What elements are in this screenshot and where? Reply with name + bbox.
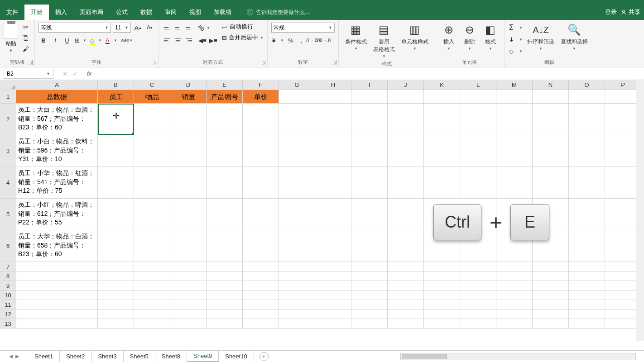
sheet-tab-sheet1[interactable]: Sheet1 xyxy=(28,351,60,362)
tab-addins[interactable]: 加载项 xyxy=(207,5,238,20)
formula-input[interactable] xyxy=(94,69,644,79)
cell-O11[interactable] xyxy=(569,300,605,309)
cell-A12[interactable] xyxy=(16,310,98,319)
cell-M3[interactable] xyxy=(496,135,533,167)
row-header-4[interactable]: 4 xyxy=(0,167,16,198)
cell-J13[interactable] xyxy=(388,319,424,328)
cell-L12[interactable] xyxy=(460,310,496,319)
row-header-8[interactable]: 8 xyxy=(0,272,16,281)
add-sheet-button[interactable]: + xyxy=(260,352,269,361)
align-top-button[interactable] xyxy=(162,23,172,33)
cell-I9[interactable] xyxy=(351,281,388,290)
tab-formula[interactable]: 公式 xyxy=(110,5,134,20)
cell-H4[interactable] xyxy=(315,167,351,198)
cell-C1[interactable]: 物品 xyxy=(134,90,170,103)
cell-F13[interactable] xyxy=(243,319,279,328)
cell-O3[interactable] xyxy=(569,135,605,167)
cell-G11[interactable] xyxy=(279,300,315,309)
cell-F4[interactable] xyxy=(243,167,279,198)
column-header-M[interactable]: M xyxy=(496,80,533,90)
column-header-D[interactable]: D xyxy=(170,80,207,90)
cell-E7[interactable] xyxy=(207,262,243,271)
column-header-A[interactable]: A xyxy=(16,80,98,90)
cell-O6[interactable] xyxy=(569,230,605,262)
cell-C10[interactable] xyxy=(134,291,170,300)
cell-L3[interactable] xyxy=(460,135,496,167)
row-header-5[interactable]: 5 xyxy=(0,199,16,230)
cell-O12[interactable] xyxy=(569,310,605,319)
cell-E3[interactable] xyxy=(207,135,243,167)
cell-L11[interactable] xyxy=(460,300,496,309)
cell-H1[interactable] xyxy=(315,90,351,103)
cell-M2[interactable] xyxy=(496,104,533,135)
column-header-H[interactable]: H xyxy=(315,80,351,90)
cell-L2[interactable] xyxy=(460,104,496,135)
cell-K1[interactable] xyxy=(424,90,460,103)
cell-L9[interactable] xyxy=(460,281,496,290)
cell-M10[interactable] xyxy=(496,291,533,300)
cell-N2[interactable] xyxy=(533,104,569,135)
increase-indent-button[interactable]: ▶≡ xyxy=(208,35,218,45)
row-header-12[interactable]: 12 xyxy=(0,310,16,319)
cell-E8[interactable] xyxy=(207,272,243,281)
cell-J11[interactable] xyxy=(388,300,424,309)
cell-L1[interactable] xyxy=(460,90,496,103)
cell-N9[interactable] xyxy=(533,281,569,290)
cell-N11[interactable] xyxy=(533,300,569,309)
cell-E6[interactable] xyxy=(207,230,243,262)
cell-G10[interactable] xyxy=(279,291,315,300)
column-header-C[interactable]: C xyxy=(134,80,170,90)
cell-H7[interactable] xyxy=(315,262,351,271)
insert-cells-button[interactable]: ⊕插入▼ xyxy=(439,22,459,52)
cell-E13[interactable] xyxy=(207,319,243,328)
cancel-formula-button[interactable]: ✕ xyxy=(62,70,68,77)
cell-F11[interactable] xyxy=(243,300,279,309)
row-header-1[interactable]: 1 xyxy=(0,90,16,103)
cell-H2[interactable] xyxy=(315,104,351,135)
name-box[interactable]: B2▼ xyxy=(4,69,53,79)
cell-I6[interactable] xyxy=(351,230,388,262)
cell-B10[interactable] xyxy=(98,291,134,300)
cell-M12[interactable] xyxy=(496,310,533,319)
cell-N1[interactable] xyxy=(533,90,569,103)
cell-F8[interactable] xyxy=(243,272,279,281)
row-header-7[interactable]: 7 xyxy=(0,262,16,271)
cell-A9[interactable] xyxy=(16,281,98,290)
tab-home[interactable]: 开始 xyxy=(24,5,49,20)
percent-button[interactable]: % xyxy=(286,35,296,45)
cell-G13[interactable] xyxy=(279,319,315,328)
cell-H6[interactable] xyxy=(315,230,351,262)
cell-D8[interactable] xyxy=(170,272,207,281)
scroll-thumb[interactable] xyxy=(402,354,447,359)
fill-color-button[interactable]: ◇▼ xyxy=(89,35,103,45)
tab-data[interactable]: 数据 xyxy=(134,5,159,20)
cell-N7[interactable] xyxy=(533,262,569,271)
cell-K12[interactable] xyxy=(424,310,460,319)
orientation-button[interactable]: ab▼ xyxy=(197,23,211,33)
cell-C4[interactable] xyxy=(134,167,170,198)
cell-H5[interactable] xyxy=(315,199,351,230)
cell-B1[interactable]: 员工 xyxy=(98,90,134,103)
cell-G12[interactable] xyxy=(279,310,315,319)
cell-A4[interactable]: 员工：小华；物品：红酒；销量：541；产品编号：H12；单价：75 xyxy=(16,167,98,198)
cell-H13[interactable] xyxy=(315,319,351,328)
cell-J9[interactable] xyxy=(388,281,424,290)
cell-B4[interactable] xyxy=(98,167,134,198)
cell-G2[interactable] xyxy=(279,104,315,135)
sheet-nav-prev[interactable]: ◀ xyxy=(9,353,13,359)
italic-button[interactable]: I xyxy=(50,35,60,45)
cell-J7[interactable] xyxy=(388,262,424,271)
cell-I3[interactable] xyxy=(351,135,388,167)
row-header-11[interactable]: 11 xyxy=(0,300,16,309)
column-header-I[interactable]: I xyxy=(351,80,388,90)
accounting-format-button[interactable]: ¥▼ xyxy=(271,35,285,45)
cell-I8[interactable] xyxy=(351,272,388,281)
cell-O13[interactable] xyxy=(569,319,605,328)
cell-A8[interactable] xyxy=(16,272,98,281)
number-format-combo[interactable]: 常规▼ xyxy=(271,23,335,33)
column-header-O[interactable]: O xyxy=(569,80,605,90)
cell-D7[interactable] xyxy=(170,262,207,271)
format-table-button[interactable]: ▤套用 表格格式▼ xyxy=(370,22,398,59)
cell-M13[interactable] xyxy=(496,319,533,328)
cell-O5[interactable] xyxy=(569,199,605,230)
